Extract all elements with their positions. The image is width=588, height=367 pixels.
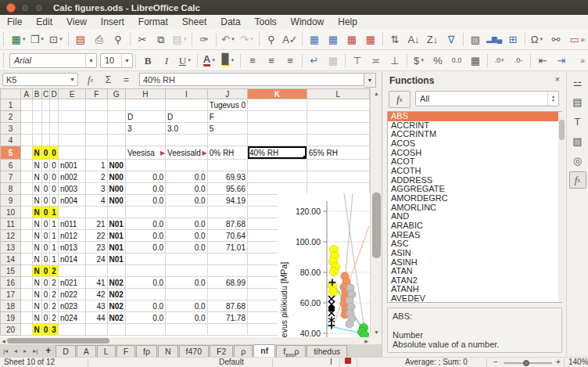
function-item-asinh[interactable]: ASINH — [388, 258, 561, 268]
cell-H15[interactable] — [125, 265, 165, 277]
chevron-down-icon[interactable]: ▼ — [231, 58, 235, 63]
cell-A20[interactable] — [21, 324, 33, 336]
cell-H16[interactable]: 0.0 — [125, 277, 165, 289]
underline-button[interactable]: U▼ — [176, 52, 195, 69]
cell-H12[interactable]: 0.0 — [125, 230, 165, 242]
delete-decimal-button[interactable]: .0- — [509, 52, 528, 69]
sidebar-deck-gallery-icon[interactable]: ▧ — [569, 132, 586, 149]
cell-F9[interactable]: 4 — [86, 195, 107, 207]
function-list-scrollbar[interactable] — [558, 112, 565, 302]
cell-J3[interactable]: 5 — [207, 123, 247, 135]
cell-F10[interactable] — [86, 207, 107, 218]
cell-B15[interactable]: N — [32, 265, 41, 277]
cell-D12[interactable]: 1 — [50, 230, 59, 242]
cell-I15[interactable] — [166, 265, 208, 277]
row-header-11[interactable]: 11 — [1, 218, 21, 230]
chevron-down-icon[interactable]: ▼ — [22, 37, 27, 41]
row-header-1[interactable]: 1 — [1, 99, 21, 111]
cell-I6[interactable] — [166, 160, 208, 171]
sidebar-deck-styles-icon[interactable]: ▤ — [569, 93, 586, 110]
insert-mode-indicator[interactable]: I — [330, 358, 332, 367]
cell-G5[interactable] — [107, 146, 125, 160]
cell-F11[interactable]: 21 — [86, 218, 107, 230]
cell-A2[interactable] — [21, 111, 33, 123]
cell-B9[interactable]: N — [32, 195, 41, 207]
cell-D19[interactable]: 2 — [50, 312, 59, 324]
cell-E6[interactable]: n001 — [58, 160, 85, 171]
row-header-13[interactable]: 13 — [1, 242, 21, 254]
cell-G7[interactable]: N00 — [107, 171, 125, 183]
column-header-F[interactable]: F — [86, 89, 107, 99]
formula-input[interactable]: 40% RH — [139, 73, 364, 86]
cell-H3[interactable]: 3 — [125, 123, 165, 135]
cell-A10[interactable] — [21, 207, 33, 218]
cell-J5[interactable]: 0% RH — [207, 146, 247, 160]
cell-D3[interactable] — [50, 123, 59, 135]
cell-D1[interactable] — [50, 99, 59, 111]
insert-image-button[interactable]: ▧ — [466, 31, 485, 48]
cell-E18[interactable]: n023 — [58, 300, 85, 312]
insert-function-button[interactable]: fx — [389, 91, 411, 108]
cell-H7[interactable]: 0.0 — [125, 171, 165, 183]
sheet-tab-F[interactable]: F — [117, 345, 135, 357]
cell-H8[interactable]: 0.0 — [125, 183, 165, 195]
horizontal-scrollbar[interactable]: ◀ ▶ — [0, 337, 370, 344]
cell-L3[interactable] — [307, 123, 369, 135]
cell-G3[interactable] — [107, 123, 125, 135]
cell-I20[interactable] — [166, 324, 208, 336]
cell-C7[interactable]: 0 — [41, 171, 50, 183]
cell-G12[interactable]: N01 — [107, 230, 125, 242]
cell-J16[interactable]: 68.99 — [207, 277, 247, 289]
cell-F5[interactable] — [86, 146, 107, 160]
cell-D9[interactable]: 0 — [50, 195, 59, 207]
cell-F3[interactable] — [86, 123, 107, 135]
cell-J14[interactable] — [207, 254, 247, 265]
column-header-L[interactable]: L — [307, 89, 369, 99]
cell-I11[interactable]: 0.0 — [166, 218, 208, 230]
cell-D6[interactable]: 0 — [50, 160, 59, 171]
row-header-18[interactable]: 18 — [1, 300, 21, 312]
cell-A7[interactable] — [21, 171, 33, 183]
cell-E14[interactable]: n014 — [58, 254, 85, 265]
cell-G11[interactable]: N01 — [107, 218, 125, 230]
cell-G20[interactable] — [107, 324, 125, 336]
function-item-acoth[interactable]: ACOTH — [388, 167, 561, 176]
document-modified-icon[interactable] — [345, 358, 351, 364]
cell-H5[interactable]: Veesisa▶ — [125, 146, 165, 160]
cell-H2[interactable]: D — [125, 111, 165, 123]
scroll-up-icon[interactable]: ▲ — [371, 88, 382, 99]
cell-C13[interactable]: 0 — [41, 242, 50, 254]
titlebar[interactable]: Calc figures.ods - LibreOffice Calc — [0, 0, 588, 15]
sheet-tab-nf[interactable]: nf — [253, 344, 275, 357]
cell-I12[interactable]: 0.0 — [166, 230, 208, 242]
cell-D10[interactable]: 1 — [50, 207, 59, 218]
menu-window[interactable]: Window — [284, 15, 332, 29]
row-header-15[interactable]: 15 — [1, 265, 21, 277]
cell-L6[interactable] — [307, 160, 369, 171]
chevron-down-icon[interactable]: ▼ — [231, 37, 235, 41]
center-vertically-button[interactable]: ≍ — [367, 52, 385, 69]
cell-K7[interactable] — [247, 171, 307, 183]
cell-F7[interactable]: 2 — [86, 171, 107, 183]
cell-J13[interactable]: 71.01 — [207, 242, 247, 254]
cell-I17[interactable] — [166, 289, 208, 300]
cell-D5[interactable]: 0 — [50, 146, 59, 160]
menu-data[interactable]: Data — [213, 15, 247, 29]
cell-E9[interactable]: n004 — [58, 195, 85, 207]
cell-J7[interactable]: 69.93 — [207, 171, 247, 183]
cell-B6[interactable]: N — [32, 160, 41, 171]
format-number-button[interactable]: 0.0 — [447, 52, 466, 69]
cell-G16[interactable]: N02 — [107, 277, 125, 289]
cell-G19[interactable]: N02 — [107, 312, 125, 324]
cell-J2[interactable]: F — [207, 111, 247, 123]
cell-C12[interactable]: 0 — [41, 230, 50, 242]
cell-B1[interactable] — [32, 99, 41, 111]
column-header-B[interactable]: B — [32, 89, 41, 99]
zoom-out-button[interactable]: − — [493, 358, 498, 367]
align-center-button[interactable]: ≡ — [262, 52, 281, 69]
cell-G1[interactable] — [107, 99, 125, 111]
cell-J15[interactable] — [207, 265, 247, 277]
cell-K4[interactable] — [247, 135, 307, 146]
cell-E10[interactable] — [58, 207, 85, 218]
column-header-H[interactable]: H — [125, 89, 165, 99]
